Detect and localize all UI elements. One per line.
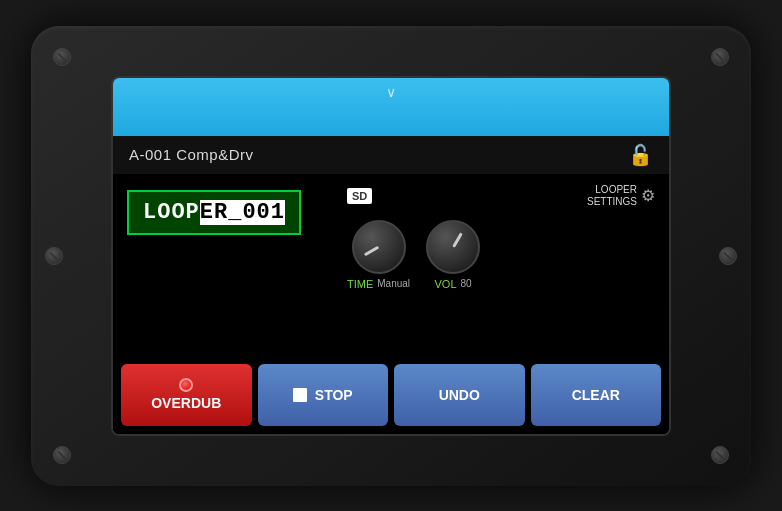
vol-label: VOL <box>435 278 457 290</box>
buttons-row: OVERDUB STOP UNDO CLEAR <box>113 356 669 434</box>
top-bar: ∨ <box>113 78 669 136</box>
stop-square-icon <box>293 388 307 402</box>
looper-settings[interactable]: LOOPER SETTINGS ⚙ <box>587 184 655 208</box>
time-value: Manual <box>377 278 410 289</box>
sd-badge: SD <box>347 188 372 204</box>
overdub-label: OVERDUB <box>151 395 221 411</box>
time-knob-indicator <box>364 245 379 256</box>
right-top-row: SD LOOPER SETTINGS ⚙ <box>347 184 655 208</box>
time-label: TIME <box>347 278 373 290</box>
looper-settings-label2: SETTINGS <box>587 196 637 208</box>
looper-name-prefix: LOOP <box>143 200 200 225</box>
stop-button[interactable]: STOP <box>258 364 389 426</box>
sd-row: SD <box>347 188 380 204</box>
patch-name: A-001 Comp&Drv <box>129 146 254 163</box>
time-knob-container: TIME Manual <box>347 220 410 290</box>
time-knob[interactable] <box>352 220 406 274</box>
clear-button[interactable]: CLEAR <box>531 364 662 426</box>
screw-tr <box>711 48 729 66</box>
lock-icon: 🔓 <box>628 143 653 167</box>
vol-knob-indicator <box>452 232 463 247</box>
screw-tl <box>53 48 71 66</box>
vol-knob-container: VOL 80 <box>426 220 480 290</box>
top-bar-arrow: ∨ <box>386 84 396 100</box>
screw-bl <box>53 446 71 464</box>
overdub-button[interactable]: OVERDUB <box>121 364 252 426</box>
screw-mr <box>719 247 737 265</box>
undo-label: UNDO <box>439 387 480 403</box>
screw-br <box>711 446 729 464</box>
vol-label-row: VOL 80 <box>435 278 472 290</box>
patch-row: A-001 Comp&Drv 🔓 <box>113 136 669 174</box>
looper-name-box: LOOPER_001 <box>127 190 301 235</box>
screen: ∨ A-001 Comp&Drv 🔓 LOOPER_001 SD <box>111 76 671 436</box>
clear-label: CLEAR <box>572 387 620 403</box>
screw-ml <box>45 247 63 265</box>
vol-value: 80 <box>461 278 472 289</box>
looper-name-highlight: ER_001 <box>200 200 285 225</box>
undo-button[interactable]: UNDO <box>394 364 525 426</box>
gear-icon: ⚙ <box>641 186 655 205</box>
vol-knob[interactable] <box>426 220 480 274</box>
looper-settings-label: LOOPER <box>595 184 637 196</box>
knobs-row: TIME Manual VOL 80 <box>347 220 655 290</box>
looper-name-text: LOOPER_001 <box>143 200 285 225</box>
time-label-row: TIME Manual <box>347 278 410 290</box>
device-body: ∨ A-001 Comp&Drv 🔓 LOOPER_001 SD <box>31 26 751 486</box>
stop-label: STOP <box>315 387 353 403</box>
overdub-dot <box>179 378 193 392</box>
